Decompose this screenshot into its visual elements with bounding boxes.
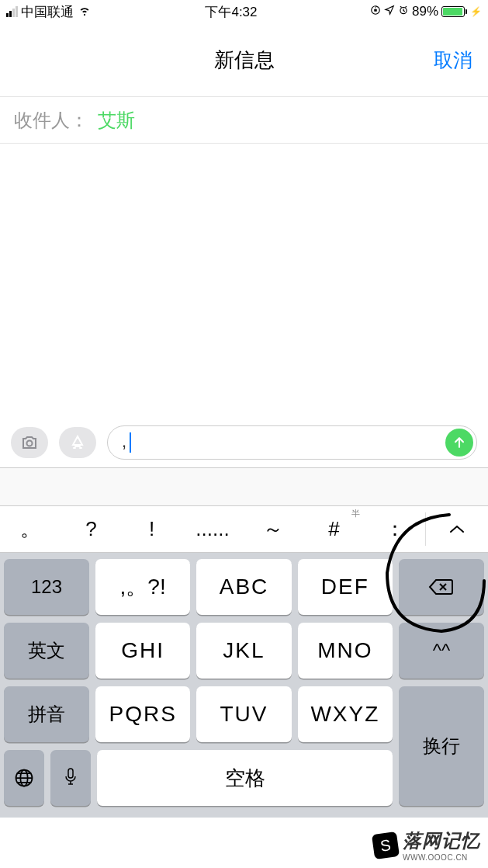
svg-rect-1: [374, 9, 377, 12]
message-area[interactable]: [0, 144, 488, 417]
punct-key-period[interactable]: 。: [0, 506, 61, 552]
key-mno[interactable]: MNO: [298, 623, 393, 679]
camera-button[interactable]: [11, 427, 48, 458]
watermark-icon: S: [372, 831, 400, 859]
carrier-label: 中国联通: [21, 3, 74, 21]
battery-icon: [441, 6, 467, 17]
key-english[interactable]: 英文: [4, 623, 89, 679]
alarm-icon: [398, 4, 409, 19]
key-ghi[interactable]: GHI: [95, 623, 190, 679]
lock-icon: [370, 4, 381, 19]
key-wxyz[interactable]: WXYZ: [298, 686, 393, 742]
recipient-label: 收件人：: [14, 108, 88, 133]
recipient-field[interactable]: 收件人： 艾斯: [0, 97, 488, 144]
input-toolbar: ,: [0, 417, 488, 467]
recipient-name: 艾斯: [98, 108, 135, 133]
send-button[interactable]: [445, 429, 473, 457]
signal-icon: [6, 6, 18, 17]
battery-pct: 89%: [412, 4, 438, 19]
punct-key-question[interactable]: ?: [61, 506, 121, 552]
message-input-content: ,: [122, 432, 445, 453]
time-label: 下午4:32: [205, 3, 257, 21]
key-tuv[interactable]: TUV: [196, 686, 291, 742]
punct-key-colon[interactable]: ：: [365, 506, 425, 552]
key-emoji[interactable]: ^^: [399, 623, 484, 679]
nav-bar: 新信息 取消: [0, 23, 488, 97]
suggestion-bar[interactable]: [0, 467, 488, 506]
page-title: 新信息: [214, 47, 275, 74]
watermark: S 落网记忆 WWW.OOOC.CN: [373, 828, 480, 862]
charging-icon: ⚡: [470, 6, 482, 17]
key-abc[interactable]: ABC: [196, 559, 291, 615]
keyboard: 123 ,。?! ABC DEF 英文 GHI JKL MNO ^^ 拼音 PQ…: [0, 553, 488, 818]
appstore-button[interactable]: [59, 427, 96, 458]
key-pinyin[interactable]: 拼音: [4, 686, 89, 742]
svg-point-3: [27, 440, 33, 446]
collapse-keyboard-button[interactable]: [426, 506, 488, 552]
watermark-text: 落网记忆: [403, 828, 480, 853]
key-globe[interactable]: [4, 750, 44, 806]
key-jkl[interactable]: JKL: [196, 623, 291, 679]
key-mic[interactable]: [50, 750, 91, 806]
punct-key-exclaim[interactable]: !: [122, 506, 182, 552]
status-bar: 中国联通 下午4:32 89% ⚡: [0, 0, 488, 23]
key-pqrs[interactable]: PQRS: [95, 686, 190, 742]
status-right: 89% ⚡: [370, 4, 482, 19]
key-punct[interactable]: ,。?!: [95, 559, 190, 615]
punctuation-row: 。 ? ! ...... ～ # ：: [0, 506, 488, 553]
key-delete[interactable]: [399, 559, 484, 615]
message-input[interactable]: ,: [107, 425, 477, 460]
svg-rect-6: [68, 769, 73, 778]
key-123[interactable]: 123: [4, 559, 89, 615]
key-return[interactable]: 换行: [399, 686, 484, 806]
punct-key-tilde[interactable]: ～: [243, 506, 303, 552]
key-space[interactable]: 空格: [97, 750, 393, 806]
location-icon: [384, 4, 395, 19]
watermark-url: WWW.OOOC.CN: [403, 853, 480, 862]
key-def[interactable]: DEF: [298, 559, 393, 615]
punct-key-ellipsis[interactable]: ......: [182, 506, 243, 552]
wifi-icon: [77, 2, 92, 22]
status-left: 中国联通: [6, 2, 92, 22]
cancel-button[interactable]: 取消: [434, 47, 472, 73]
punct-key-hash[interactable]: #: [303, 506, 364, 552]
